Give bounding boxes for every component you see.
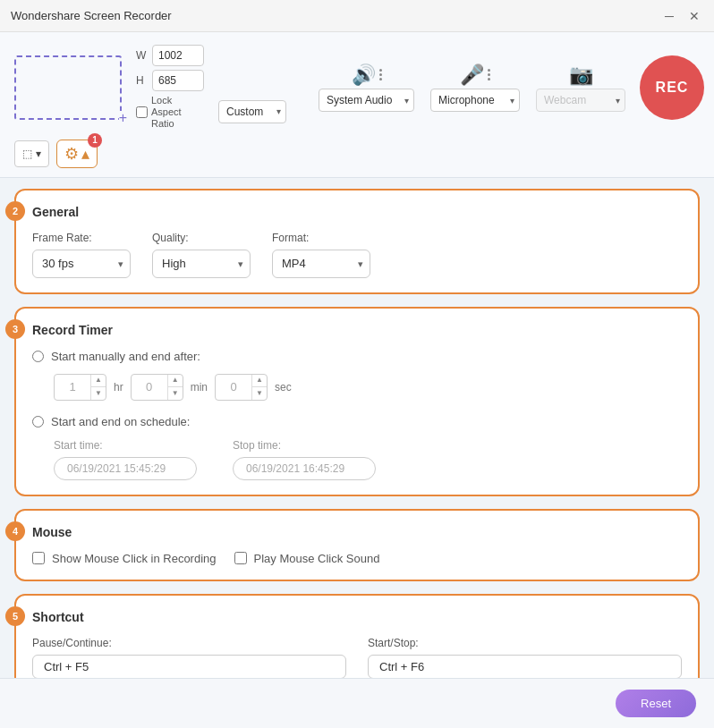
record-timer-section-number: 3 [5,319,25,339]
stop-time-input[interactable] [233,457,376,480]
microphone-select[interactable]: Microphone [430,89,520,112]
title-bar-controls: ─ ✕ [660,7,703,25]
play-click-checkbox[interactable] [234,552,247,564]
hr-spinner: ▲ ▼ [54,374,106,401]
manual-end-label: Start manually and end after: [51,350,200,363]
webcam-select-wrap[interactable]: Webcam [536,89,625,112]
system-audio-icon-row: 🔊 [352,63,382,87]
start-time-label: Start time: [54,439,197,452]
general-section-number: 2 [5,201,25,221]
show-click-checkbox[interactable] [32,552,45,564]
settings-chevron-icon: ▴ [81,144,89,164]
main-content: 2 General Frame Rate: 15 fps 30 fps 60 f… [0,178,714,678]
shortcut-section-title: Shortcut [32,610,682,624]
hr-up-arrow[interactable]: ▲ [91,374,106,387]
webcam-select[interactable]: Webcam [536,89,625,112]
settings-badge: 1 [88,133,102,148]
format-select[interactable]: MP4 AVI MOV [272,250,370,278]
microphone-icon: 🎤 [460,63,484,87]
schedule-radio[interactable] [32,416,44,427]
microphone-dots [488,69,490,80]
stop-time-col: Stop time: [233,439,376,480]
sec-unit: sec [275,381,292,394]
system-audio-select-wrap[interactable]: System Audio [319,89,414,112]
speaker-icon: 🔊 [352,63,376,87]
system-audio-dots [379,69,382,80]
width-label: W [136,49,149,62]
hr-arrows: ▲ ▼ [90,374,106,401]
frame-rate-select-wrap[interactable]: 15 fps 30 fps 60 fps [32,250,131,278]
pause-continue-label: Pause/Continue: [32,637,346,649]
lock-aspect-row: Lock Aspect Ratio [136,95,204,131]
system-audio-item: 🔊 System Audio [319,63,414,112]
webcam-icon: 📷 [569,63,593,87]
hr-down-arrow[interactable]: ▼ [91,387,106,401]
height-input[interactable] [152,70,204,91]
quality-select[interactable]: Low Medium High [152,250,251,278]
frame-rate-label: Frame Rate: [32,232,131,244]
frame-rate-select[interactable]: 15 fps 30 fps 60 fps [32,250,131,278]
min-input[interactable] [132,380,167,394]
mouse-checkboxes: Show Mouse Click in Recording Play Mouse… [32,552,682,565]
show-click-row: Show Mouse Click in Recording [32,552,217,565]
minimize-button[interactable]: ─ [660,7,678,25]
pause-continue-input[interactable] [32,655,346,678]
stop-time-label: Stop time: [233,439,376,452]
resolution-select-wrap[interactable]: Custom 1080p 720p [218,100,286,123]
screen-select-button[interactable]: ⬚ ▾ [14,140,49,167]
top-row1: W H Lock Aspect Ratio Custom 1080p 720p [14,45,700,131]
min-arrows: ▲ ▼ [167,374,183,401]
general-section-title: General [32,205,682,219]
min-up-arrow[interactable]: ▲ [168,374,183,387]
show-click-label: Show Mouse Click in Recording [52,552,217,565]
rec-button[interactable]: REC [640,55,704,120]
record-timer-section: 3 Record Timer Start manually and end af… [14,307,700,496]
play-click-label: Play Mouse Click Sound [254,552,380,565]
start-stop-col: Start/Stop: [368,637,682,678]
lock-aspect-checkbox[interactable] [136,106,148,118]
start-stop-input[interactable] [368,655,682,678]
title-bar: Wondershare Screen Recorder ─ ✕ [0,0,714,32]
record-timer-section-title: Record Timer [32,323,682,337]
manual-end-row: Start manually and end after: [32,350,682,363]
sec-down-arrow[interactable]: ▼ [252,387,267,401]
start-stop-label: Start/Stop: [368,637,682,649]
frame-rate-group: Frame Rate: 15 fps 30 fps 60 fps [32,232,131,278]
quality-group: Quality: Low Medium High [152,232,251,278]
start-time-col: Start time: [54,439,197,480]
schedule-time-row: Start time: Stop time: [54,439,682,480]
reset-button[interactable]: Reset [616,690,696,717]
quality-label: Quality: [152,232,251,244]
min-unit: min [191,381,208,394]
play-click-row: Play Mouse Click Sound [234,552,380,565]
screen-chevron-icon: ▾ [36,148,41,160]
schedule-label: Start and end on schedule: [51,415,190,428]
min-down-arrow[interactable]: ▼ [168,387,183,401]
hr-input[interactable] [55,380,90,394]
schedule-row: Start and end on schedule: [32,415,682,428]
screen-preview[interactable] [14,55,122,120]
gear-icon: ⚙ [64,144,79,164]
format-select-wrap[interactable]: MP4 AVI MOV [272,250,370,278]
general-section: 2 General Frame Rate: 15 fps 30 fps 60 f… [14,189,700,294]
manual-end-radio[interactable] [32,351,44,362]
close-button[interactable]: ✕ [685,7,703,25]
sec-input[interactable] [216,380,251,394]
width-input[interactable] [152,45,204,66]
dimensions: W H [136,45,204,91]
width-row: W [136,45,204,66]
microphone-select-wrap[interactable]: Microphone [430,89,520,112]
resolution-select[interactable]: Custom 1080p 720p [218,100,286,123]
shortcut-section: 5 Shortcut Pause/Continue: Start/Stop: [14,594,700,678]
quality-select-wrap[interactable]: Low Medium High [152,250,251,278]
settings-button[interactable]: ⚙ ▴ 1 [56,140,98,168]
toolbar-row: ⬚ ▾ ⚙ ▴ 1 [14,140,700,168]
microphone-item: 🎤 Microphone [430,63,520,112]
dimensions-panel: W H Lock Aspect Ratio [136,45,204,131]
min-spinner: ▲ ▼ [131,374,183,401]
system-audio-select[interactable]: System Audio [319,89,414,112]
sec-up-arrow[interactable]: ▲ [252,374,267,387]
general-fields-row: Frame Rate: 15 fps 30 fps 60 fps Quality… [32,232,682,278]
start-time-input[interactable] [54,457,197,480]
title-bar-left: Wondershare Screen Recorder [11,9,172,22]
